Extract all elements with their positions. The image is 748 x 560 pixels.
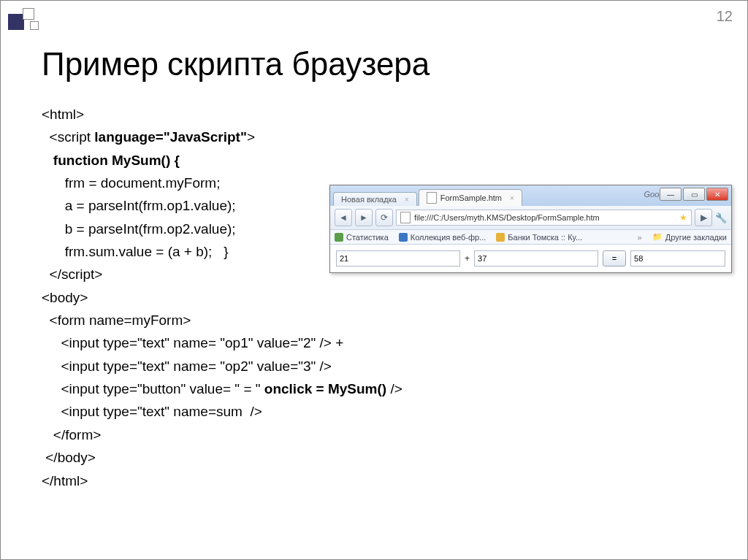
bookmark-item[interactable]: Коллекция веб-фр...	[399, 233, 486, 242]
tab-formsample[interactable]: FormSample.htm ×	[419, 189, 522, 206]
code-line: <form name=myForm>	[42, 309, 402, 331]
code-line: <body>	[42, 286, 402, 309]
code-line: </body>	[42, 446, 402, 469]
tab-new[interactable]: Новая вкладка ×	[333, 192, 417, 206]
sum-input[interactable]	[630, 250, 725, 266]
close-tab-icon[interactable]: ×	[405, 196, 409, 204]
code-line: function MySum() {	[42, 149, 402, 172]
op2-input[interactable]	[474, 250, 598, 266]
bookmark-star-icon[interactable]: ★	[679, 212, 687, 223]
code-line: <input type="button" value= " = " onclic…	[42, 377, 402, 400]
settings-icon[interactable]: 🔧	[715, 212, 727, 223]
bookmark-label: Банки Томска :: Ку...	[508, 233, 582, 242]
url-field[interactable]: file:///C:/Users/myth.KMS/Desktop/FormSa…	[396, 210, 692, 226]
bookmark-item[interactable]: Статистика	[335, 233, 389, 242]
folder-icon: 📁	[652, 232, 663, 242]
tab-strip: Новая вкладка × FormSample.htm × Google …	[330, 185, 731, 206]
op1-input[interactable]	[336, 250, 460, 266]
bookmark-icon	[399, 233, 408, 242]
file-icon	[427, 192, 437, 204]
close-button[interactable]: ✕	[706, 188, 728, 201]
other-bookmarks-label: Другие закладки	[665, 233, 727, 242]
code-line: <input type="text" name= "op1" value="2"…	[42, 331, 402, 354]
bookmark-label: Коллекция веб-фр...	[411, 233, 486, 242]
reload-button[interactable]: ⟳	[375, 209, 393, 226]
minimize-button[interactable]: —	[660, 188, 682, 201]
slide-title: Пример скрипта браузера	[42, 46, 430, 83]
equals-button[interactable]: =	[603, 250, 626, 266]
forward-button[interactable]: ►	[355, 209, 373, 226]
code-line: <input type="text" name= "op2" value="3"…	[42, 355, 402, 377]
window-buttons: — ▭ ✕	[660, 188, 728, 201]
bookmark-icon	[496, 233, 505, 242]
back-button[interactable]: ◄	[335, 209, 352, 226]
address-bar: ◄ ► ⟳ file:///C:/Users/myth.KMS/Desktop/…	[330, 206, 731, 230]
close-tab-icon[interactable]: ×	[510, 194, 514, 202]
code-line: </html>	[42, 469, 402, 492]
code-line: <script language="JavaScript">	[42, 126, 402, 148]
bookmark-icon	[335, 233, 343, 242]
bookmarks-overflow-icon[interactable]: »	[638, 233, 642, 242]
go-button[interactable]: ▶	[695, 209, 712, 226]
plus-label: +	[465, 253, 470, 264]
other-bookmarks[interactable]: 📁 Другие закладки	[652, 232, 727, 242]
code-line: </form>	[42, 423, 402, 446]
bookmark-item[interactable]: Банки Томска :: Ку...	[496, 233, 582, 242]
page-icon	[400, 212, 411, 223]
page-content: + =	[330, 245, 731, 272]
code-block: <html> <script language="JavaScript"> fu…	[42, 103, 402, 492]
tab-label: FormSample.htm	[440, 193, 502, 202]
page-number: 12	[717, 8, 733, 25]
maximize-button[interactable]: ▭	[683, 188, 705, 201]
code-line: <input type="text" name=sum />	[42, 400, 402, 423]
browser-window: Новая вкладка × FormSample.htm × Google …	[329, 185, 732, 273]
bookmarks-bar: Статистика Коллекция веб-фр... Банки Том…	[330, 230, 731, 245]
code-line: <html>	[42, 103, 402, 126]
url-text: file:///C:/Users/myth.KMS/Desktop/FormSa…	[414, 213, 600, 222]
slide: 12 Пример скрипта браузера <html> <scrip…	[0, 0, 748, 560]
tab-label: Новая вкладка	[341, 195, 397, 204]
bookmark-label: Статистика	[346, 233, 389, 242]
